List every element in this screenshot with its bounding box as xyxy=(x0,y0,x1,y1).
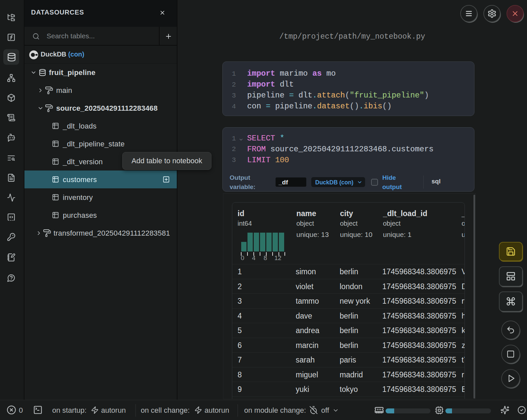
svg-text:8: 8 xyxy=(264,254,267,260)
svg-text:0: 0 xyxy=(241,254,245,260)
svg-text:4: 4 xyxy=(252,254,256,260)
svg-text:12: 12 xyxy=(274,254,281,260)
